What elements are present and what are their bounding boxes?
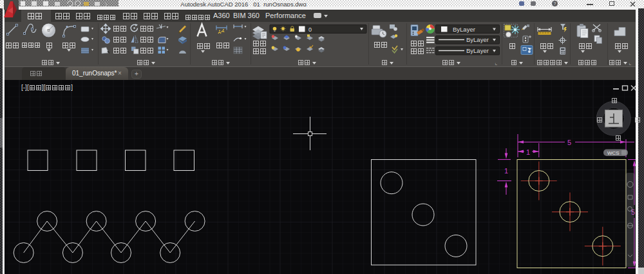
svg-text:1: 1 [526, 148, 530, 156]
svg-text:ByLayer: ByLayer [453, 26, 475, 33]
svg-text:1: 1 [504, 167, 508, 175]
svg-text:5: 5 [567, 139, 571, 146]
svg-text:ByLayer: ByLayer [466, 36, 489, 43]
svg-text:ByLayer: ByLayer [466, 47, 489, 54]
svg-text:WCS: WCS [607, 150, 620, 156]
svg-text:0: 0 [308, 26, 312, 33]
